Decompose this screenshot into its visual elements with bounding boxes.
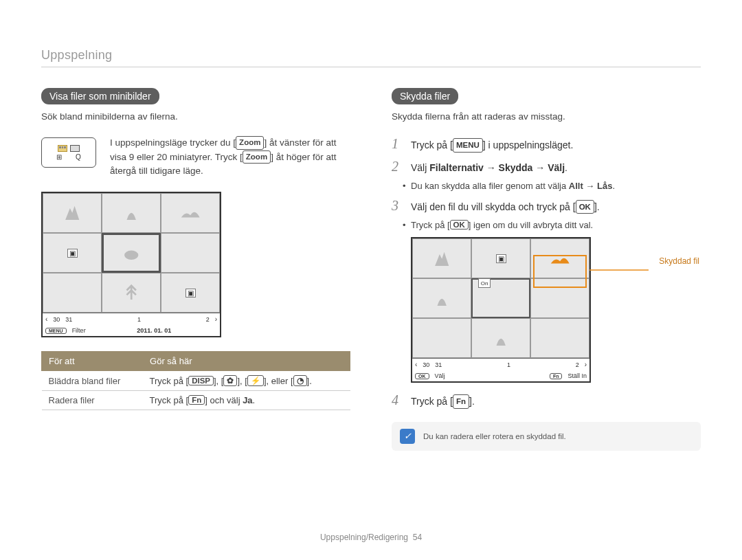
table-row: Bläddra bland filer Tryck på [DISP], [✿]… (42, 371, 350, 391)
step-2-sub: Du kan skydda alla filer genom att välja… (411, 181, 701, 191)
protect-grid-screenshot: ▣ On Skyddad fil (411, 237, 591, 383)
thumbnail-grid-screenshot: ▣ ▣ ‹ 30 31 1 2 › MENU Filter (41, 192, 221, 337)
timer-key-icon: ◔ (293, 375, 307, 386)
fn-key-icon: Fn (188, 395, 205, 405)
protect-intro: Skydda filerna från att raderas av misst… (392, 110, 701, 124)
thumbnails-tip: I uppspelningsläge trycker du [Zoom] åt … (110, 136, 350, 178)
flash-key-icon: ⚡ (247, 375, 264, 386)
table-row: Radera filer Tryck på [Fn] och välj Ja. (42, 391, 350, 410)
svg-point-0 (124, 251, 138, 260)
zoom-rocker-icon: ⊞Q (41, 137, 96, 168)
thumbnails-intro: Sök bland minibilderna av filerna. (41, 110, 350, 124)
section-title: Uppspelning (41, 48, 701, 67)
callout-label: Skyddad fil (659, 256, 699, 266)
right-column: Skydda filer Skydda filerna från att rad… (392, 88, 701, 451)
instructions-table: För att Gör så här Bläddra bland filer T… (41, 351, 350, 410)
page-footer: Uppspelning/Redigering 54 (0, 533, 742, 542)
ok-key-icon: OK (576, 200, 594, 214)
callout-line-icon (589, 263, 649, 277)
subsection-pill-thumbnails: Visa filer som minibilder (41, 88, 159, 104)
table-header-how: Gör så här (143, 352, 350, 371)
ok-key-icon: OK (450, 220, 469, 229)
table-header-action: För att (42, 352, 143, 371)
flower-key-icon: ✿ (223, 375, 237, 386)
step-3-sub: Tryck på [OK] igen om du vill avbryta di… (411, 220, 701, 230)
disp-key-icon: DISP (188, 376, 214, 385)
subsection-pill-protect: Skydda filer (392, 88, 458, 104)
step-1: 1 Tryck på [MENU] i uppspelningsläget. (392, 136, 701, 153)
left-column: Visa filer som minibilder Sök bland mini… (41, 88, 350, 451)
menu-key-icon: MENU (453, 138, 483, 152)
fn-key-icon: Fn (453, 394, 469, 408)
step-2: 2 Välj Filalternativ → Skydda → Välj. (392, 159, 701, 175)
info-note: ✓ Du kan radera eller rotera en skyddad … (392, 422, 701, 451)
lock-badge-icon: On (478, 278, 491, 288)
step-3: 3 Välj den fil du vill skydda och tryck … (392, 198, 701, 214)
step-4: 4 Tryck på [Fn]. (392, 392, 701, 409)
info-icon: ✓ (400, 429, 415, 444)
